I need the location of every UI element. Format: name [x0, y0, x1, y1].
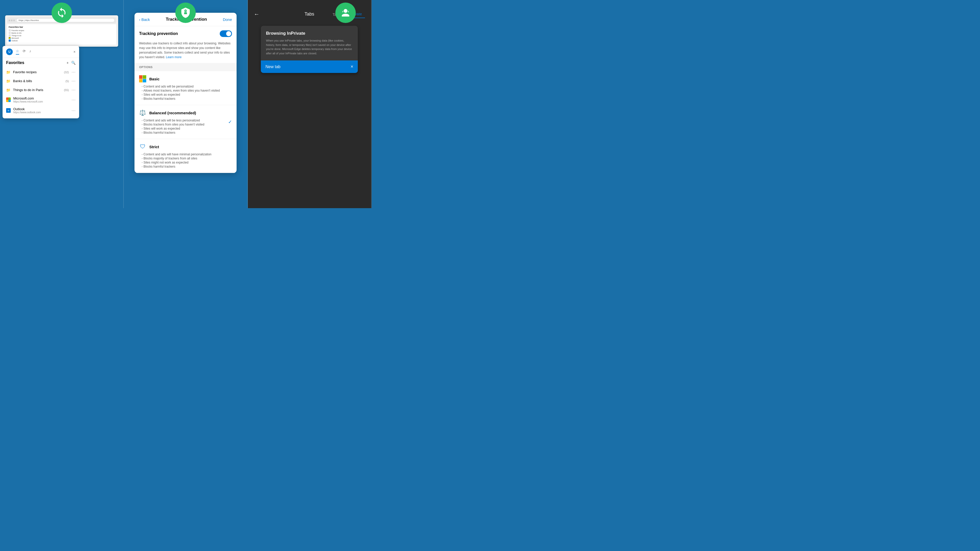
tracking-prevention-toggle-row: Tracking prevention: [135, 26, 237, 41]
bullet-item: Allows most trackers, even from sites yo…: [142, 89, 232, 93]
option-header: 🛡 Strict: [139, 143, 232, 150]
sync-circle-icon: [52, 3, 72, 23]
card-description: When you use InPrivate tabs, your browsi…: [266, 38, 353, 56]
back-button[interactable]: ‹ Back: [139, 17, 150, 22]
tracking-prevention-card: ‹ Back Tracking prevention Done Tracking…: [135, 13, 237, 173]
item-name: Banks & bills: [13, 79, 63, 83]
panel-favorites: Edge | https://favorites Favorites bar F…: [0, 0, 124, 208]
strict-icon: 🛡: [139, 143, 146, 150]
inprivate-card: Browsing InPrivate When you use InPrivat…: [261, 26, 358, 73]
strict-option[interactable]: 🛡 Strict Content and ads will have minim…: [135, 139, 237, 173]
flyout-actions: + 🔍: [67, 61, 76, 65]
bullet-item: Content and ads will be personalized: [142, 84, 232, 89]
outlook-favicon-icon: O: [6, 108, 11, 113]
folder-icon: 📁: [6, 70, 11, 74]
item-count: (32): [64, 71, 69, 74]
balanced-bullets: Content and ads will be less personalize…: [139, 118, 232, 135]
option-header: Basic: [139, 75, 232, 83]
close-tab-button[interactable]: ×: [351, 64, 353, 69]
bullet-item: Blocks majority of trackers from all sit…: [142, 156, 232, 160]
more-icon[interactable]: ⋯: [72, 97, 76, 102]
flyout-title-row: Favorites + 🔍: [3, 58, 79, 67]
panel-inprivate: ← Tabs Tabs InPrivate Browsing InPrivate…: [248, 0, 372, 208]
browser-dots: [9, 20, 15, 21]
inprivate-screen: ← Tabs Tabs InPrivate Browsing InPrivate…: [248, 5, 371, 208]
shield-circle-icon: [175, 3, 196, 23]
option-title: Strict: [149, 144, 159, 149]
favorites-nav-icon[interactable]: ☆: [16, 49, 19, 55]
bullet-item: Sites will work as expected: [142, 93, 232, 97]
flyout-title: Favorites: [6, 60, 24, 65]
basic-bullets: Content and ads will be personalized All…: [139, 84, 232, 101]
toggle-label: Tracking prevention: [139, 32, 178, 36]
bullet-item: Content and ads will have minimal person…: [142, 152, 232, 156]
bullet-item: Content and ads will be less personalize…: [142, 118, 232, 122]
back-button[interactable]: ←: [254, 11, 259, 17]
person-icon: [340, 7, 351, 18]
balanced-option[interactable]: ✓ ⚖️ Balanced (recommended) Content and …: [135, 105, 237, 139]
favorites-bar-label: Favorites bar: [9, 26, 115, 28]
done-button[interactable]: Done: [223, 17, 232, 22]
list-item[interactable]: 📁 Banks & bills (5) ⋯: [3, 76, 79, 86]
person-circle-icon: [335, 3, 356, 23]
bullet-item: Blocks harmful trackers: [142, 165, 232, 168]
folder-icon: 📁: [6, 88, 11, 92]
selected-checkmark-icon: ✓: [228, 119, 232, 125]
list-item[interactable]: 📁 Favorite recipes (32) ⋯: [3, 68, 79, 76]
more-icon[interactable]: ⋯: [72, 108, 76, 113]
bullet-item: Blocks harmful trackers: [142, 130, 232, 135]
flyout-list: 📁 Favorite recipes (32) ⋯ 📁 Banks & bill…: [3, 67, 79, 118]
flyout-nav-icons: ☆ ⟳ ♪: [16, 49, 31, 55]
more-icon[interactable]: ⋯: [72, 70, 76, 75]
fav-bar-item: Microsoft: [9, 37, 115, 39]
strict-bullets: Content and ads will have minimal person…: [139, 152, 232, 168]
bullet-item: Sites might not work as expected: [142, 160, 232, 165]
card-title: Browsing InPrivate: [266, 31, 353, 36]
list-item[interactable]: 📁 Things to do in Paris (55) ⋯: [3, 86, 79, 94]
new-tab-bar[interactable]: New tab ×: [261, 60, 358, 73]
learn-more-link[interactable]: Learn more: [166, 56, 181, 59]
basic-option[interactable]: Basic Content and ads will be personaliz…: [135, 71, 237, 105]
bullet-item: Blocks harmful trackers: [142, 97, 232, 101]
back-label: Back: [142, 17, 150, 22]
reading-nav-icon[interactable]: ♪: [29, 49, 31, 55]
option-title: Basic: [149, 77, 159, 81]
flyout-header: U ☆ ⟳ ♪ ×: [3, 46, 79, 58]
list-item[interactable]: O Outlook https://www.outlook.com ⋯: [3, 105, 79, 116]
item-name: Outlook: [13, 107, 69, 111]
tabs-label: Tabs: [304, 11, 314, 17]
list-item[interactable]: Microsoft.com https://www.microsoft.com …: [3, 94, 79, 105]
history-nav-icon[interactable]: ⟳: [23, 49, 26, 55]
fav-bar-item: Banks & info: [9, 32, 115, 34]
description-text: Websites use trackers to collect info ab…: [139, 41, 231, 59]
balanced-icon: ⚖️: [139, 109, 146, 116]
avatar: U: [6, 48, 13, 55]
close-icon[interactable]: ×: [73, 50, 76, 54]
favorites-flyout: U ☆ ⟳ ♪ × Favorites + 🔍 📁: [3, 46, 79, 118]
panel-tracking-prevention: ‹ Back Tracking prevention Done Tracking…: [124, 0, 248, 208]
ms-favicon-icon: [6, 97, 11, 102]
sync-icon: [56, 7, 67, 18]
bullet-item: Sites will work as expected: [142, 127, 232, 130]
inprivate-body: Browsing InPrivate When you use InPrivat…: [248, 21, 371, 208]
card-body: Browsing InPrivate When you use InPrivat…: [261, 26, 358, 60]
bullet-item: Blocks trackers from sites you haven't v…: [142, 122, 232, 127]
basic-icon: [139, 75, 146, 83]
item-name: Microsoft.com: [13, 97, 69, 100]
shield-lock-icon: [180, 7, 191, 18]
option-title: Balanced (recommended): [149, 111, 196, 115]
tracking-description: Websites use trackers to collect info ab…: [135, 41, 237, 63]
new-tab-label: New tab: [266, 65, 280, 69]
back-chevron-icon: ‹: [139, 17, 140, 22]
search-favorites-button[interactable]: 🔍: [71, 61, 76, 65]
folder-icon: 📁: [6, 79, 11, 83]
fav-bar-item: Outlook: [9, 40, 115, 41]
fav-bar-item: Things to do: [9, 35, 115, 37]
tracking-prevention-toggle[interactable]: [220, 30, 232, 37]
more-icon[interactable]: ⋯: [72, 87, 76, 92]
option-header: ⚖️ Balanced (recommended): [139, 109, 232, 116]
more-icon[interactable]: ⋯: [72, 79, 76, 83]
favorites-bar-items: Favorite recipes Banks & info Things to …: [9, 29, 115, 41]
svg-rect-0: [344, 10, 347, 11]
add-favorite-button[interactable]: +: [67, 61, 68, 65]
